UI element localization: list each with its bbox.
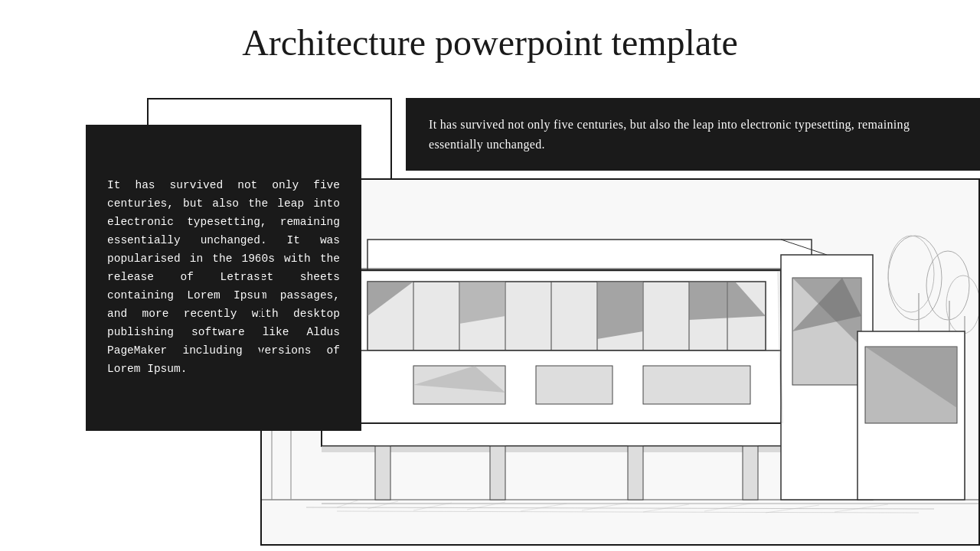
svg-rect-49 [322, 446, 842, 452]
svg-marker-40 [597, 282, 643, 339]
svg-rect-51 [490, 446, 505, 500]
dark-header-bar: It has survived not only five centuries,… [406, 98, 980, 171]
black-box-paragraph: It has survived not only five centuries,… [107, 177, 340, 378]
svg-rect-52 [628, 446, 643, 500]
svg-rect-45 [643, 366, 750, 404]
svg-rect-48 [322, 423, 842, 446]
svg-rect-50 [375, 446, 390, 500]
black-text-box: It has survived not only five centuries,… [86, 125, 361, 431]
svg-rect-44 [536, 366, 612, 404]
content-area: It has survived not only five centuries,… [0, 79, 980, 546]
page-title: Architecture powerpoint template [0, 0, 980, 79]
architecture-sketch [260, 178, 980, 546]
header-bar-text: It has survived not only five centuries,… [429, 115, 957, 154]
svg-rect-53 [743, 446, 758, 500]
